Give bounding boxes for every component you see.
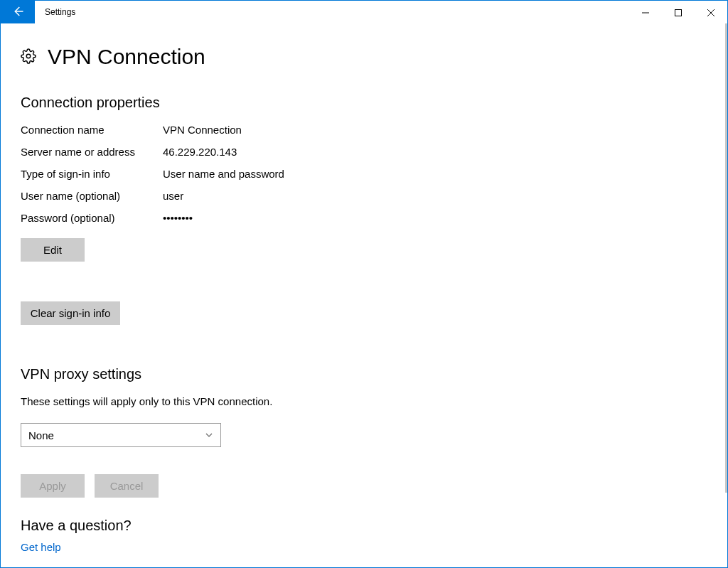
proxy-select[interactable]: None bbox=[21, 423, 221, 447]
content-area: VPN Connection Connection properties Con… bbox=[1, 23, 727, 567]
settings-window: Settings bbox=[0, 0, 728, 568]
question-heading: Have a question? bbox=[21, 518, 478, 534]
chevron-down-icon bbox=[205, 429, 213, 441]
scrollbar[interactable] bbox=[725, 23, 727, 493]
svg-point-5 bbox=[26, 54, 31, 58]
label-signin-type: Type of sign-in info bbox=[21, 168, 163, 180]
window-title: Settings bbox=[35, 1, 629, 23]
page-title: VPN Connection bbox=[48, 45, 205, 69]
minimize-button[interactable] bbox=[629, 1, 662, 23]
properties-table: Connection name VPN Connection Server na… bbox=[21, 124, 478, 224]
proxy-heading: VPN proxy settings bbox=[21, 366, 478, 382]
value-password: •••••••• bbox=[163, 212, 478, 224]
minimize-icon bbox=[642, 6, 649, 18]
back-button[interactable] bbox=[1, 1, 35, 23]
value-signin-type: User name and password bbox=[163, 168, 478, 180]
titlebar: Settings bbox=[1, 1, 727, 23]
page-header: VPN Connection bbox=[21, 45, 478, 69]
svg-rect-2 bbox=[675, 9, 682, 16]
cancel-button[interactable]: Cancel bbox=[95, 474, 159, 498]
edit-button[interactable]: Edit bbox=[21, 238, 85, 262]
close-button[interactable] bbox=[695, 1, 727, 23]
value-server: 46.229.220.143 bbox=[163, 146, 478, 158]
maximize-button[interactable] bbox=[662, 1, 695, 23]
label-username: User name (optional) bbox=[21, 190, 163, 202]
label-password: Password (optional) bbox=[21, 212, 163, 224]
back-arrow-icon bbox=[11, 5, 24, 20]
gear-icon bbox=[21, 48, 36, 66]
value-connection-name: VPN Connection bbox=[163, 124, 478, 136]
properties-heading: Connection properties bbox=[21, 95, 478, 111]
value-username: user bbox=[163, 190, 478, 202]
window-controls bbox=[629, 1, 727, 23]
maximize-icon bbox=[675, 6, 682, 18]
proxy-select-value: None bbox=[28, 429, 54, 441]
label-server: Server name or address bbox=[21, 146, 163, 158]
proxy-button-row: Apply Cancel bbox=[21, 474, 478, 498]
apply-button[interactable]: Apply bbox=[21, 474, 85, 498]
label-connection-name: Connection name bbox=[21, 124, 163, 136]
clear-signin-button[interactable]: Clear sign-in info bbox=[21, 301, 120, 325]
proxy-description: These settings will apply only to this V… bbox=[21, 395, 478, 407]
get-help-link[interactable]: Get help bbox=[21, 541, 478, 553]
close-icon bbox=[707, 6, 714, 18]
